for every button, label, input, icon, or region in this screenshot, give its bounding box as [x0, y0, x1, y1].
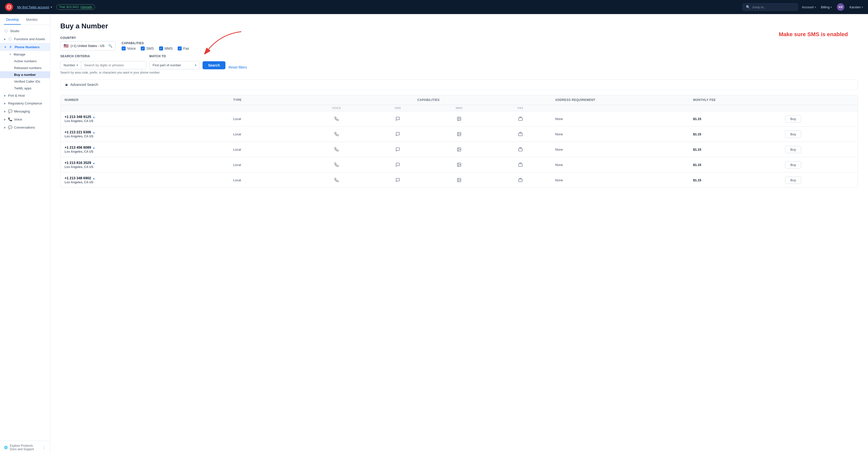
fee-cell-4: $1.15	[689, 172, 781, 188]
action-cell-0: Buy	[781, 111, 858, 127]
account-link[interactable]: My first Twilio account	[17, 5, 49, 9]
voice-checkbox[interactable]	[122, 46, 126, 51]
addr-cell-4: None	[551, 172, 689, 188]
sidebar-item-functions[interactable]: ▶ ⬡ Functions and Assets	[0, 35, 50, 43]
search-button[interactable]: Search	[203, 61, 225, 69]
criteria-group: Search criteria Number ▾	[60, 55, 146, 69]
table-row: +1 213 348 6902 ▲ Los Angeles, CA US Loc…	[61, 172, 858, 188]
svg-rect-12	[519, 133, 523, 136]
explore-docs[interactable]: 🌐 Explore Products Docs and Support	[4, 444, 34, 451]
billing-menu-button[interactable]: Billing ▾	[821, 5, 832, 9]
sms-capability-3	[367, 157, 429, 172]
phone-number-3: +1 213 816 3529 ▲	[65, 161, 225, 165]
type-cell-1: Local	[229, 127, 306, 142]
main-layout: Develop Monitor ⬡ Studio ▶ ⬡ Functions a…	[0, 14, 868, 454]
phone-number-1: +1 213 221 6306 ▲	[65, 130, 225, 134]
page-title: Buy a Number	[60, 22, 858, 30]
sms-checkbox[interactable]	[141, 46, 145, 51]
global-search[interactable]: 🔍	[743, 3, 798, 11]
capability-sms[interactable]: SMS	[141, 46, 154, 51]
svg-point-1	[8, 6, 9, 7]
capability-fax[interactable]: Fax	[178, 46, 189, 51]
buy-button-3[interactable]: Buy	[785, 161, 801, 168]
voice-capability-0	[306, 111, 367, 127]
number-signal-icon: ▲	[92, 162, 95, 164]
search-input[interactable]	[81, 61, 146, 69]
avatar[interactable]: KR	[837, 3, 844, 11]
annotation-text: Make sure SMS is enabled	[779, 31, 848, 38]
account-dropdown-icon[interactable]: ▾	[51, 5, 52, 9]
sidebar-item-port-host[interactable]: ▶ Port & Host	[0, 92, 50, 99]
sidebar-item-conversations[interactable]: ▶ 💬 Conversations	[0, 123, 50, 131]
fax-checkbox[interactable]	[178, 46, 182, 51]
conversations-arrow-icon: ▶	[4, 126, 6, 129]
account-menu-button[interactable]: Account ▾	[802, 5, 816, 9]
fax-icon-4	[494, 178, 547, 182]
sidebar-item-verified-callerids[interactable]: Verified Caller IDs	[0, 78, 50, 85]
country-value: (+1) United States - US	[71, 44, 104, 48]
svg-rect-20	[519, 164, 523, 166]
type-cell-0: Local	[229, 111, 306, 127]
docs-label: Docs and Support	[10, 448, 34, 451]
mms-capability-3	[429, 157, 490, 172]
sms-capability-0	[367, 111, 429, 127]
criteria-select[interactable]: Number ▾	[60, 61, 81, 69]
buy-button-0[interactable]: Buy	[785, 115, 801, 123]
addr-cell-0: None	[551, 111, 689, 127]
fax-capability-0	[490, 111, 551, 127]
country-select[interactable]: 🇺🇸 (+1) United States - US 🔍	[60, 41, 116, 51]
search-row: Search criteria Number ▾ Match to First …	[60, 55, 858, 69]
country-flag: 🇺🇸	[64, 43, 69, 48]
svg-point-23	[458, 179, 459, 180]
capabilities-row: Voice SMS MMS Fax	[122, 46, 189, 51]
sidebar-more-icon[interactable]: ⋮	[42, 445, 46, 450]
reset-filters-button[interactable]: Reset filters	[228, 65, 247, 69]
sidebar-item-active-numbers[interactable]: Active numbers	[0, 58, 50, 65]
fee-cell-3: $1.15	[689, 157, 781, 172]
sidebar-item-studio-label: Studio	[10, 29, 46, 33]
number-location-0: Los Angeles, CA US	[65, 119, 225, 123]
capability-mms[interactable]: MMS	[159, 46, 173, 51]
sidebar-item-manage-label: Manage	[13, 53, 25, 56]
col-action-header	[781, 95, 858, 105]
match-to-group: Match to First part of number ▾	[149, 55, 199, 69]
svg-point-7	[458, 118, 459, 118]
number-signal-icon: ▲	[92, 116, 95, 119]
sidebar-item-released-numbers[interactable]: Released numbers	[0, 65, 50, 71]
sidebar-item-manage[interactable]: ▼ Manage	[0, 51, 50, 58]
user-chevron-icon: ▾	[862, 6, 863, 8]
capability-voice[interactable]: Voice	[122, 46, 136, 51]
advanced-search-toggle[interactable]: ▶ Advanced Search	[60, 79, 858, 90]
tab-monitor[interactable]: Monitor	[24, 14, 40, 25]
upgrade-link[interactable]: Upgrade	[81, 5, 92, 9]
user-menu-button[interactable]: Karsten ▾	[849, 5, 863, 9]
addr-cell-3: None	[551, 157, 689, 172]
sidebar-item-twiml-apps[interactable]: TwiML apps	[0, 85, 50, 92]
match-select[interactable]: First part of number ▾	[149, 61, 199, 69]
sidebar-item-voice[interactable]: ▶ 📞 Voice	[0, 115, 50, 123]
mms-checkbox[interactable]	[159, 46, 163, 51]
sidebar-item-regulatory[interactable]: ▶ Regulatory Compliance	[0, 99, 50, 107]
advanced-search-arrow-icon: ▶	[66, 83, 68, 87]
port-host-arrow-icon: ▶	[4, 94, 6, 97]
buy-button-2[interactable]: Buy	[785, 146, 801, 153]
action-cell-3: Buy	[781, 157, 858, 172]
conversations-icon: 💬	[8, 125, 12, 129]
type-cell-3: Local	[229, 157, 306, 172]
fee-cell-0: $1.15	[689, 111, 781, 127]
sidebar-item-studio[interactable]: ⬡ Studio	[0, 27, 50, 35]
search-input[interactable]	[752, 5, 795, 9]
sidebar-item-phone-numbers[interactable]: ▼ # Phone Numbers	[0, 43, 50, 51]
buy-button-4[interactable]: Buy	[785, 176, 801, 184]
criteria-value: Number	[64, 63, 75, 67]
sidebar-bottom: 🌐 Explore Products Docs and Support ⋮	[0, 441, 50, 454]
sms-capability-4	[367, 172, 429, 188]
fee-cell-1: $1.15	[689, 127, 781, 142]
tab-develop[interactable]: Develop	[4, 14, 21, 25]
search-icon: 🔍	[108, 44, 112, 48]
sidebar-item-messaging[interactable]: ▶ 💬 Messaging	[0, 107, 50, 115]
buy-button-1[interactable]: Buy	[785, 131, 801, 138]
sidebar-item-buy-number[interactable]: Buy a number	[0, 71, 50, 78]
svg-rect-24	[519, 179, 523, 182]
fax-label: Fax	[183, 46, 189, 51]
